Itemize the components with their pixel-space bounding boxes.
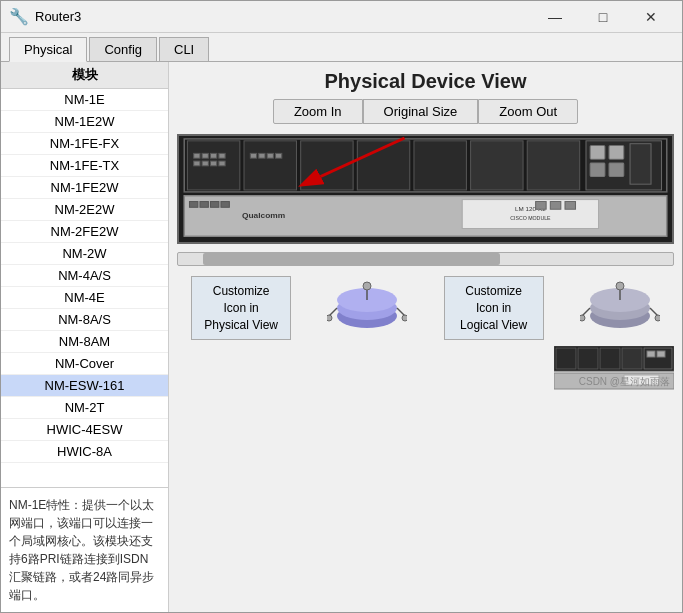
- svg-point-57: [655, 315, 660, 321]
- sidebar-item-hwic4esw[interactable]: HWIC-4ESW: [1, 419, 168, 441]
- svg-rect-18: [194, 161, 200, 166]
- sidebar-header: 模块: [1, 62, 168, 89]
- content-area: 模块 NM-1E NM-1E2W NM-1FE-FX NM-1FE-TX NM-…: [1, 62, 682, 612]
- tab-cli[interactable]: CLI: [159, 37, 209, 61]
- svg-rect-13: [630, 144, 651, 184]
- window-title: Router3: [35, 9, 81, 24]
- svg-rect-62: [622, 348, 642, 369]
- svg-point-46: [327, 315, 332, 321]
- sidebar-info: NM-1E特性：提供一个以太网端口，该端口可以连接一个局域网核心。该模块还支持6…: [1, 487, 168, 612]
- svg-point-55: [580, 315, 585, 321]
- svg-rect-5: [414, 141, 466, 190]
- svg-rect-7: [527, 141, 579, 190]
- main-window: 🔧 Router3 — □ ✕ Physical Config CLI 模块 N…: [0, 0, 683, 613]
- customize-icon-logical-button[interactable]: CustomizeIcon inLogical View: [444, 276, 544, 340]
- main-title: Physical Device View: [169, 62, 682, 99]
- sidebar-item-nmcover[interactable]: NM-Cover: [1, 353, 168, 375]
- svg-rect-14: [194, 153, 200, 158]
- svg-rect-6: [471, 141, 523, 190]
- svg-rect-37: [221, 202, 229, 208]
- tab-physical[interactable]: Physical: [9, 37, 87, 62]
- svg-text:Qualcomm: Qualcomm: [242, 211, 285, 220]
- svg-rect-31: [550, 202, 560, 210]
- sidebar-item-hwic8a[interactable]: HWIC-8A: [1, 441, 168, 463]
- svg-point-48: [402, 315, 407, 321]
- sidebar-item-nm2w[interactable]: NM-2W: [1, 243, 168, 265]
- zoom-out-button[interactable]: Zoom Out: [478, 99, 578, 124]
- svg-rect-9: [590, 146, 605, 159]
- title-buttons: — □ ✕: [532, 7, 674, 27]
- svg-rect-10: [609, 146, 624, 159]
- svg-rect-60: [578, 348, 598, 369]
- zoom-bar: Zoom In Original Size Zoom Out: [169, 99, 682, 124]
- title-bar: 🔧 Router3 — □ ✕: [1, 1, 682, 33]
- sidebar-list[interactable]: NM-1E NM-1E2W NM-1FE-FX NM-1FE-TX NM-1FE…: [1, 89, 168, 487]
- svg-rect-12: [609, 163, 624, 176]
- svg-rect-36: [210, 202, 218, 208]
- tabs-bar: Physical Config CLI: [1, 33, 682, 62]
- svg-point-53: [616, 282, 624, 290]
- device-svg: LM 120-X2 CISCO MODULE Qualcomm: [179, 136, 672, 242]
- svg-rect-22: [250, 153, 256, 158]
- svg-rect-23: [259, 153, 265, 158]
- svg-rect-61: [600, 348, 620, 369]
- sidebar-item-nm2t[interactable]: NM-2T: [1, 397, 168, 419]
- router-icon-logical: [580, 278, 660, 338]
- svg-rect-30: [536, 202, 546, 210]
- sidebar-item-nmesw161[interactable]: NM-ESW-161: [1, 375, 168, 397]
- svg-rect-35: [200, 202, 208, 208]
- sidebar-item-nm1fefx[interactable]: NM-1FE-FX: [1, 133, 168, 155]
- sidebar-item-nm1fe2w[interactable]: NM-1FE2W: [1, 177, 168, 199]
- customize-logical-label: CustomizeIcon inLogical View: [460, 283, 527, 333]
- window-icon: 🔧: [9, 7, 29, 26]
- sidebar-item-nm1e[interactable]: NM-1E: [1, 89, 168, 111]
- minimize-button[interactable]: —: [532, 7, 578, 27]
- sidebar-item-nm2fe2w[interactable]: NM-2FE2W: [1, 221, 168, 243]
- svg-rect-17: [219, 153, 225, 158]
- svg-rect-32: [565, 202, 575, 210]
- svg-rect-65: [657, 351, 665, 357]
- sidebar-item-nm8as[interactable]: NM-8A/S: [1, 309, 168, 331]
- svg-rect-19: [202, 161, 208, 166]
- sidebar: 模块 NM-1E NM-1E2W NM-1FE-FX NM-1FE-TX NM-…: [1, 62, 169, 612]
- svg-rect-25: [276, 153, 282, 158]
- horizontal-scrollbar[interactable]: [177, 252, 674, 266]
- scrollbar-area: [177, 252, 674, 266]
- device-view: LM 120-X2 CISCO MODULE Qualcomm: [177, 134, 674, 244]
- svg-rect-11: [590, 163, 605, 176]
- router-icon-physical: [327, 278, 407, 338]
- sidebar-item-nm2e2w[interactable]: NM-2E2W: [1, 199, 168, 221]
- svg-rect-16: [210, 153, 216, 158]
- svg-rect-59: [556, 348, 576, 369]
- maximize-button[interactable]: □: [580, 7, 626, 27]
- watermark: CSDN @星河如雨落: [579, 375, 670, 389]
- customize-icon-physical-button[interactable]: CustomizeIcon inPhysical View: [191, 276, 291, 340]
- title-bar-left: 🔧 Router3: [9, 7, 81, 26]
- customize-physical-label: CustomizeIcon inPhysical View: [204, 283, 278, 333]
- zoom-in-button[interactable]: Zoom In: [273, 99, 363, 124]
- bottom-section: CustomizeIcon inPhysical View Custo: [169, 270, 682, 346]
- svg-rect-24: [267, 153, 273, 158]
- sidebar-item-nm1e2w[interactable]: NM-1E2W: [1, 111, 168, 133]
- svg-rect-2: [244, 141, 296, 190]
- close-button[interactable]: ✕: [628, 7, 674, 27]
- svg-rect-20: [210, 161, 216, 166]
- sidebar-item-nm4as[interactable]: NM-4A/S: [1, 265, 168, 287]
- svg-rect-15: [202, 153, 208, 158]
- svg-text:CISCO MODULE: CISCO MODULE: [510, 215, 551, 221]
- tab-config[interactable]: Config: [89, 37, 157, 61]
- svg-rect-34: [189, 202, 197, 208]
- svg-point-44: [363, 282, 371, 290]
- svg-rect-64: [647, 351, 655, 357]
- sidebar-item-nm8am[interactable]: NM-8AM: [1, 331, 168, 353]
- original-size-button[interactable]: Original Size: [363, 99, 479, 124]
- svg-rect-21: [219, 161, 225, 166]
- small-device-preview: CSDN @星河如雨落: [177, 346, 674, 391]
- main-area: Physical Device View Zoom In Original Si…: [169, 62, 682, 612]
- sidebar-item-nm1fetx[interactable]: NM-1FE-TX: [1, 155, 168, 177]
- svg-rect-27: [462, 200, 598, 229]
- scrollbar-thumb: [203, 253, 500, 265]
- sidebar-item-nm4e[interactable]: NM-4E: [1, 287, 168, 309]
